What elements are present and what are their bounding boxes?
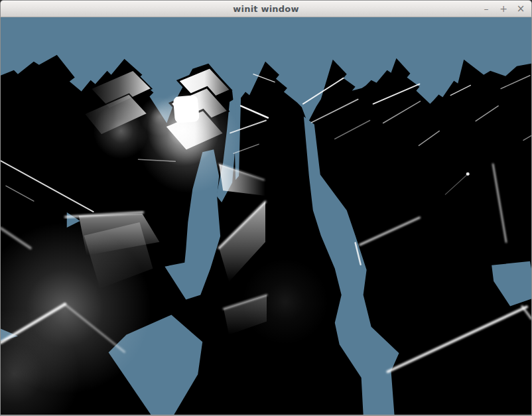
close-icon: × bbox=[517, 3, 525, 15]
maximize-button[interactable]: + bbox=[499, 4, 508, 13]
window-title: winit window bbox=[233, 5, 299, 13]
scene-svg bbox=[1, 17, 531, 415]
render-viewport[interactable] bbox=[0, 17, 532, 416]
light-glow bbox=[139, 97, 179, 137]
close-button[interactable]: × bbox=[516, 4, 525, 14]
minimize-button[interactable]: – bbox=[482, 4, 491, 13]
light-cube bbox=[173, 95, 200, 123]
titlebar[interactable]: winit window – + × bbox=[0, 0, 532, 17]
minimize-icon: – bbox=[484, 3, 489, 14]
light-glow bbox=[242, 259, 328, 345]
app-window: winit window – + × bbox=[0, 0, 532, 416]
specular-dot bbox=[466, 173, 470, 176]
window-controls: – + × bbox=[482, 1, 525, 17]
maximize-icon: + bbox=[499, 3, 507, 14]
